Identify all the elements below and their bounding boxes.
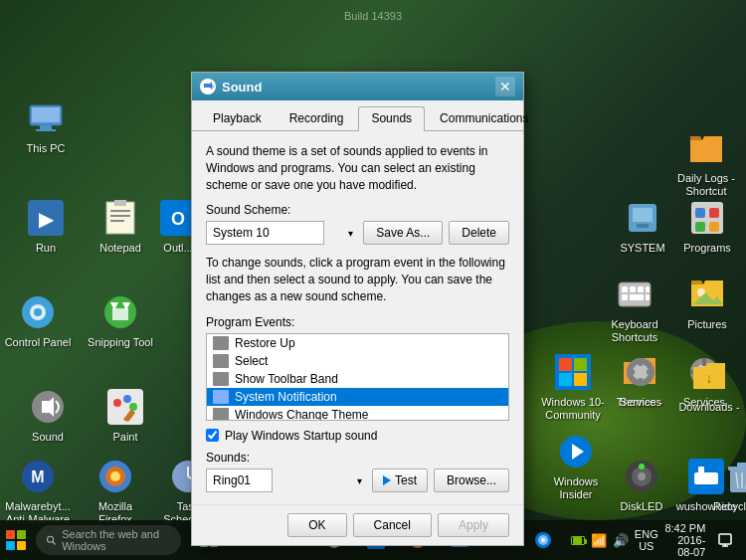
- svg-marker-48: [691, 280, 703, 284]
- svg-rect-41: [630, 286, 636, 292]
- desktop-icon-paint-label: Paint: [112, 431, 137, 444]
- svg-rect-61: [627, 370, 635, 374]
- svg-rect-115: [719, 534, 731, 544]
- desktop-icon-downloads2[interactable]: ↓ Downloads -: [673, 353, 745, 418]
- run-icon: ▶: [26, 198, 66, 238]
- sound-file-select[interactable]: Ring01 Ring02 (None): [206, 468, 273, 492]
- svg-rect-32: [633, 208, 653, 222]
- desktop-icon-run[interactable]: ▶ Run: [10, 194, 82, 259]
- svg-point-114: [541, 538, 545, 542]
- sound-scheme-select[interactable]: System 10 No Sounds Windows Default: [206, 221, 324, 245]
- pictures-icon: [687, 275, 727, 314]
- scheme-select-wrapper: System 10 No Sounds Windows Default: [206, 221, 357, 245]
- desktop-icon-services[interactable]: Services: [605, 348, 676, 413]
- svg-rect-52: [559, 358, 572, 371]
- desktop-icon-pictures[interactable]: Pictures: [671, 271, 743, 335]
- event-system-notification[interactable]: System Notification: [207, 388, 508, 406]
- desktop-icon-win10-community[interactable]: Windows 10- Community: [537, 348, 609, 426]
- event-select[interactable]: Select: [207, 352, 508, 370]
- taskbar-cortana[interactable]: [523, 520, 563, 560]
- svg-rect-44: [622, 294, 628, 300]
- desktop-icon-run-label: Run: [36, 242, 56, 255]
- svg-text:↓: ↓: [706, 370, 713, 386]
- volume-icon[interactable]: 🔊: [613, 533, 629, 548]
- tab-recording[interactable]: Recording: [277, 106, 357, 130]
- desktop-icon-services-label: Services: [620, 396, 661, 409]
- scheme-row: System 10 No Sounds Windows Default Save…: [206, 221, 509, 245]
- desktop-icon-daily-logs[interactable]: Daily Logs - Shortcut: [668, 124, 744, 202]
- play-icon: [383, 475, 391, 485]
- notification-center-button[interactable]: [711, 520, 738, 560]
- notepad-icon: [100, 198, 140, 238]
- svg-point-91: [47, 536, 53, 542]
- cancel-button[interactable]: Cancel: [353, 513, 432, 537]
- svg-rect-19: [112, 308, 128, 320]
- svg-rect-37: [695, 222, 705, 232]
- taskbar-search[interactable]: Search the web and Windows: [36, 525, 181, 555]
- battery-indicator: [571, 536, 585, 545]
- desktop-icon-this-pc[interactable]: This PC: [10, 94, 82, 159]
- svg-point-8: [34, 308, 42, 316]
- daily-logs-icon: [686, 128, 726, 168]
- desktop-icon-this-pc-label: This PC: [26, 142, 65, 155]
- apply-button[interactable]: Apply: [438, 513, 509, 537]
- desktop-icon-downloads-label2: Downloads -: [678, 401, 739, 414]
- dialog-close-button[interactable]: ✕: [495, 77, 515, 96]
- event-show-toolbar[interactable]: Show Toolbar Band: [207, 370, 508, 388]
- browse-button[interactable]: Browse...: [434, 468, 509, 492]
- svg-text:O: O: [171, 209, 185, 229]
- desktop-icon-programs[interactable]: Programs: [671, 194, 743, 259]
- desktop-icon-recycle-bin[interactable]: Recycle Bin: [706, 453, 746, 517]
- event-icon4: [213, 390, 229, 404]
- desktop-icon-windows-insider[interactable]: Windows Insider: [542, 428, 610, 505]
- taskbar-right: 📶 🔊 ENG US 8:42 PM 2016-08-07: [563, 520, 746, 560]
- desktop-icon-malwarebytes[interactable]: M Malwarebyt... Anti-Malware: [0, 453, 76, 530]
- desktop-icon-firefox[interactable]: Mozilla Firefox: [80, 453, 151, 530]
- startup-sound-label[interactable]: Play Windows Startup sound: [225, 429, 377, 443]
- svg-marker-90: [204, 82, 212, 90]
- services-icon: [621, 352, 660, 392]
- dialog-title-text: Sound: [222, 80, 495, 94]
- desktop-icon-control-panel[interactable]: Control Panel: [0, 288, 76, 353]
- desktop: Build 14393 This PC ▶ Run Control Panel …: [0, 0, 746, 560]
- test-button[interactable]: Test: [372, 468, 428, 492]
- dialog-titlebar[interactable]: Sound ✕: [192, 73, 523, 100]
- svg-rect-54: [559, 373, 572, 386]
- event-restore-up[interactable]: Restore Up: [207, 334, 508, 352]
- desktop-icon-system[interactable]: SYSTEM: [607, 194, 678, 259]
- svg-point-77: [638, 472, 646, 480]
- svg-rect-53: [574, 358, 587, 371]
- svg-rect-84: [737, 463, 746, 468]
- taskbar-clock: 8:42 PM 2016-08-07: [664, 522, 706, 558]
- svg-rect-55: [574, 373, 587, 386]
- svg-rect-38: [709, 222, 719, 232]
- desktop-icon-win10-label: Windows 10- Community: [541, 396, 605, 422]
- sounds-label: Sounds:: [206, 451, 509, 465]
- event-windows-change-theme[interactable]: Windows Change Theme: [207, 406, 508, 421]
- malwarebytes-icon: M: [18, 457, 58, 496]
- change-description: To change sounds, click a program event …: [206, 255, 509, 304]
- desktop-icon-paint[interactable]: Paint: [90, 383, 161, 448]
- delete-button[interactable]: Delete: [449, 221, 509, 245]
- ok-button[interactable]: OK: [287, 513, 346, 537]
- win10-community-icon: [553, 352, 593, 392]
- desktop-icon-snipping[interactable]: Snipping Tool: [82, 288, 159, 353]
- desktop-icon-diskled[interactable]: DiskLED: [606, 453, 677, 517]
- battery-fill: [573, 537, 582, 544]
- start-button[interactable]: [0, 520, 32, 560]
- desktop-icon-keyboard-shortcuts[interactable]: Keyboard Shortcuts: [603, 271, 666, 348]
- desktop-icon-sound[interactable]: Sound: [12, 383, 84, 448]
- startup-sound-checkbox[interactable]: [206, 429, 219, 442]
- tab-playback[interactable]: Playback: [200, 106, 275, 130]
- dialog-titlebar-icon: [200, 79, 216, 94]
- desktop-icon-programs-label: Programs: [683, 242, 731, 255]
- desktop-icon-notepad-label: Notepad: [99, 242, 141, 255]
- program-events-listbox[interactable]: Restore Up Select Show Toolbar Band Syst…: [206, 333, 509, 421]
- svg-rect-59: [639, 358, 643, 366]
- save-as-button[interactable]: Save As...: [363, 221, 443, 245]
- desktop-icon-notepad[interactable]: Notepad: [85, 194, 156, 259]
- tab-sounds[interactable]: Sounds: [358, 106, 425, 131]
- tab-communications[interactable]: Communications: [427, 106, 541, 130]
- svg-rect-43: [646, 286, 650, 292]
- sound-scheme-label: Sound Scheme:: [206, 203, 509, 217]
